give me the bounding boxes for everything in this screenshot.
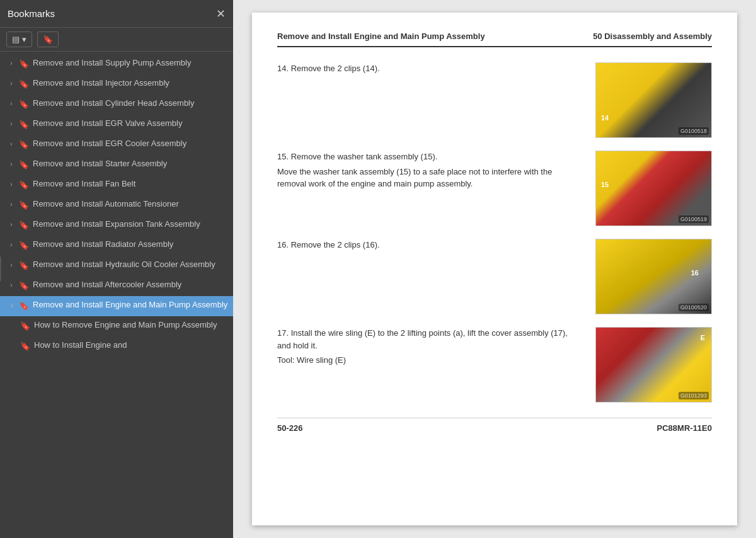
step-15-number: 15. — [277, 152, 291, 161]
step-14-text: 14. Remove the 2 clips (14). — [277, 62, 583, 75]
step-17-text: 17. Install the wire sling (E) to the 2 … — [277, 327, 583, 367]
step-17-image: G0101293 — [595, 327, 712, 403]
step-14-image: G0100518 — [595, 62, 712, 138]
bookmark-icon: 🔖 — [19, 260, 29, 272]
step-14-number: 14. — [277, 64, 291, 73]
bookmark-icon: 🔖 — [19, 139, 29, 151]
document-page: Remove and Install Engine and Main Pump … — [252, 13, 737, 525]
step-15-subtext: Move the washer tank assembly (15) to a … — [277, 166, 583, 190]
bookmark-label: Remove and Install EGR Cooler Assembly — [33, 138, 228, 149]
doc-header-title: Remove and Install Engine and Main Pump … — [277, 31, 485, 41]
image-id-15: G0100519 — [679, 215, 709, 223]
bookmark-item-engine-main-pump[interactable]: ∨ 🔖 Remove and Install Engine and Main P… — [0, 296, 233, 316]
bookmark-icon: 🔖 — [20, 341, 30, 352]
doc-footer-doc-id: PC88MR-11E0 — [657, 423, 712, 433]
bookmark-label: Remove and Install Radiator Assembly — [33, 239, 228, 250]
expand-icon: › — [6, 59, 16, 69]
bookmark-label: How to Install Engine and — [34, 340, 228, 351]
step-16-number: 16. — [277, 240, 291, 249]
expand-icon: › — [6, 180, 16, 190]
bookmark-label: How to Remove Engine and Main Pump Assem… — [34, 319, 228, 331]
step-16-image: G0100520 — [595, 239, 712, 314]
expand-icon: › — [6, 119, 16, 129]
expand-icon: › — [6, 99, 16, 109]
step-14-row: 14. Remove the 2 clips (14). G0100518 — [277, 62, 712, 138]
bookmark-icon: 🔖 — [19, 220, 29, 231]
sidebar-toolbar: ▤ ▾ 🔖 — [0, 28, 233, 52]
expand-icon: › — [6, 280, 16, 290]
bookmark-icon: 🔖 — [19, 59, 29, 70]
step-14-content: Remove the 2 clips (14). — [291, 64, 380, 73]
bookmark-icon: 🔖 — [20, 321, 30, 332]
expand-icon: › — [6, 240, 16, 250]
bookmark-item-how-install[interactable]: 🔖 How to Install Engine and — [0, 336, 233, 357]
image-id-16: G0100520 — [679, 304, 709, 311]
bookmark-label: Remove and Install Hydraulic Oil Cooler … — [33, 259, 228, 270]
expand-icon: › — [6, 220, 16, 230]
bookmark-label: Remove and Install Fan Belt — [33, 178, 228, 190]
step-17-tool: Tool: Wire sling (E) — [277, 354, 583, 367]
document-header: Remove and Install Engine and Main Pump … — [277, 31, 712, 47]
bookmarks-list[interactable]: › 🔖 Remove and Install Supply Pump Assem… — [0, 52, 233, 538]
bookmark-icon: 🔖 — [19, 119, 29, 130]
bookmark-icon: 🔖 — [19, 300, 29, 312]
step-16-text: 16. Remove the 2 clips (16). — [277, 239, 583, 251]
collapse-icon: ∨ — [6, 300, 16, 311]
bookmark-item-expansion-tank[interactable]: › 🔖 Remove and Install Expansion Tank As… — [0, 215, 233, 236]
step-16-content: Remove the 2 clips (16). — [291, 240, 380, 249]
image-id-14: G0100518 — [679, 127, 709, 135]
step-16-row: 16. Remove the 2 clips (16). G0100520 — [277, 239, 712, 314]
bookmark-item-starter[interactable]: › 🔖 Remove and Install Starter Assembly — [0, 155, 233, 175]
step-17-row: 17. Install the wire sling (E) to the 2 … — [277, 327, 712, 403]
sidebar: Bookmarks ✕ ▤ ▾ 🔖 › 🔖 Remove and Install… — [0, 0, 233, 538]
expand-icon: › — [6, 139, 16, 149]
bookmark-label: Remove and Install Injector Assembly — [33, 77, 228, 89]
bookmark-icon: 🔖 — [19, 79, 29, 90]
bookmark-item-radiator[interactable]: › 🔖 Remove and Install Radiator Assembly — [0, 236, 233, 256]
document-footer: 50-226 PC88MR-11E0 — [277, 418, 712, 433]
bookmark-item-cylinder-head[interactable]: › 🔖 Remove and Install Cylinder Head Ass… — [0, 94, 233, 115]
bookmark-label: Remove and Install Automatic Tensioner — [33, 198, 228, 210]
bookmark-item-injector[interactable]: › 🔖 Remove and Install Injector Assembly — [0, 74, 233, 94]
close-button[interactable]: ✕ — [216, 8, 226, 20]
bookmark-icon: 🔖 — [19, 99, 29, 110]
expand-icon: › — [6, 260, 16, 270]
bookmark-label: Remove and Install Cylinder Head Assembl… — [33, 98, 228, 109]
chevron-down-icon: ▾ — [22, 35, 26, 44]
bookmark-item-aftercooler[interactable]: › 🔖 Remove and Install Aftercooler Assem… — [0, 276, 233, 296]
bookmark-label: Remove and Install Starter Assembly — [33, 158, 228, 169]
bookmark-icon: 🔖 — [19, 180, 29, 191]
bookmark-item-auto-tensioner[interactable]: › 🔖 Remove and Install Automatic Tension… — [0, 195, 233, 215]
image-id-17: G0101293 — [679, 392, 709, 399]
bookmark-label: Remove and Install Engine and Main Pump … — [33, 299, 228, 311]
step-15-text: 15. Remove the washer tank assembly (15)… — [277, 151, 583, 190]
bookmark-label: Remove and Install Expansion Tank Assemb… — [33, 219, 228, 230]
expand-icon: › — [6, 159, 16, 169]
expand-icon: › — [6, 79, 16, 89]
list-view-icon: ▤ — [12, 35, 20, 44]
bookmark-label: Remove and Install Aftercooler Assembly — [33, 279, 228, 290]
bookmark-icon: 🔖 — [19, 280, 29, 292]
step-15-content: Remove the washer tank assembly (15). — [291, 152, 438, 161]
doc-header-section: 50 Disassembly and Assembly — [593, 31, 712, 41]
bookmark-item-supply-pump[interactable]: › 🔖 Remove and Install Supply Pump Assem… — [0, 54, 233, 74]
expand-icon: › — [6, 200, 16, 210]
bookmark-icon: 🔖 — [19, 240, 29, 251]
sidebar-header: Bookmarks ✕ — [0, 0, 233, 28]
step-17-content: Install the wire sling (E) to the 2 lift… — [277, 328, 568, 350]
bookmark-label: Remove and Install EGR Valve Assembly — [33, 118, 228, 129]
bookmark-item-egr-valve[interactable]: › 🔖 Remove and Install EGR Valve Assembl… — [0, 115, 233, 135]
bookmark-item-how-remove[interactable]: 🔖 How to Remove Engine and Main Pump Ass… — [0, 316, 233, 336]
main-content: Remove and Install Engine and Main Pump … — [233, 0, 756, 538]
bookmark-item-hydraulic-cooler[interactable]: › 🔖 Remove and Install Hydraulic Oil Coo… — [0, 256, 233, 276]
bookmark-button[interactable]: 🔖 — [37, 31, 59, 47]
sidebar-collapse-handle[interactable]: ‹ — [0, 256, 1, 282]
bookmark-icon: 🔖 — [19, 159, 29, 171]
bookmark-item-fan-belt[interactable]: › 🔖 Remove and Install Fan Belt — [0, 175, 233, 195]
bookmark-item-egr-cooler[interactable]: › 🔖 Remove and Install EGR Cooler Assemb… — [0, 135, 233, 155]
bookmark-label: Remove and Install Supply Pump Assembly — [33, 57, 228, 69]
bookmark-icon: 🔖 — [43, 35, 53, 44]
doc-footer-page: 50-226 — [277, 423, 302, 433]
view-options-button[interactable]: ▤ ▾ — [6, 31, 32, 47]
step-17-number: 17. — [277, 328, 291, 338]
